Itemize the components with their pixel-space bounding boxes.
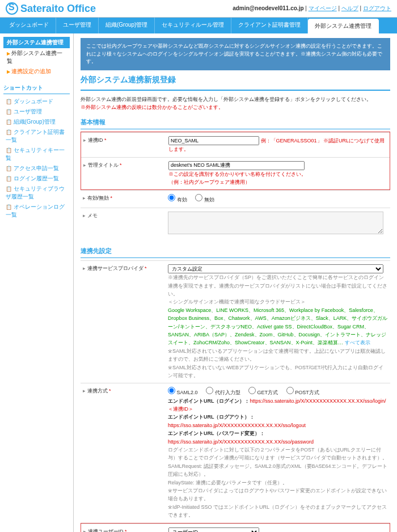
logo: Sateraito Office — [6, 2, 96, 15]
radio-disable[interactable]: 無効 — [195, 197, 214, 202]
select-provider[interactable]: カスタム設定 — [168, 264, 383, 273]
provider-note4: ※SAML対応されていないWEBアプリケーションでも、POST/GET/代行入力… — [168, 365, 383, 378]
shortcut-dashboard[interactable]: ダッシュボード — [3, 96, 70, 107]
hint-title2: （例：社内グループウェア連携用） — [168, 179, 250, 185]
sidebar: 外部システム連携管理 外部システム連携一覧 連携設定の追加 ショートカット ダッ… — [0, 33, 74, 532]
logout-link[interactable]: ログアウト — [363, 5, 391, 11]
tab-dashboard[interactable]: ダッシュボード — [2, 18, 56, 33]
brand-name: Sateraito Office — [20, 3, 96, 15]
method-note5: ※IdP-Initiated SSO ではエンドポイントURL（ログイン）をその… — [168, 504, 387, 518]
section-target: 連携先設定 — [81, 244, 390, 258]
label-memo: メモ — [81, 210, 166, 238]
radio-enable[interactable]: 有効 — [168, 197, 187, 202]
tab-group[interactable]: 組織(Group)管理 — [99, 18, 155, 33]
intro: 外部システム連携の新規登録画面です。必要な情報を入力し「外部システム連携を登録す… — [81, 95, 390, 112]
input-id[interactable] — [168, 136, 259, 145]
tab-security[interactable]: セキュリティルール管理 — [155, 18, 231, 33]
intro-line2: ※外部システム連携の反映には数分かかることがございます。 — [81, 103, 390, 111]
method-note3: RelayState: 連携に必要なパラメータです（任意）。 — [168, 480, 288, 485]
sidebar-title: 外部システム連携管理 — [3, 37, 70, 48]
ep-pw-label: エンドポイントURL（パスワード変更）： — [168, 430, 265, 436]
tab-cert[interactable]: クライアント証明書管理 — [231, 18, 308, 33]
tab-user[interactable]: ユーザ管理 — [56, 18, 99, 33]
ep-login-label: エンドポイントURL（ログイン）： — [168, 398, 250, 404]
method-note4: ※サービスプロバイダによってはログアウトやパスワード変更のエンドポイントが設定で… — [168, 488, 387, 501]
help-link[interactable]: ヘルプ — [341, 5, 358, 11]
hint-title1: ※この設定を識別する分かりやすい名称を付けてください。 — [168, 171, 306, 177]
main-content: ここでは社内グループウェアや基幹システムなど既存システムに対するシングルサインオ… — [74, 33, 397, 532]
label-enable: 有効/無効 * — [81, 193, 166, 205]
user-links: admin@neodevel011.co.jp | マイページ | ヘルプ | … — [233, 5, 391, 12]
input-title[interactable] — [168, 161, 305, 170]
ep-logout-url: https://sso.sateraito.jp/X/XXXXXXXXXXXX.… — [168, 423, 306, 428]
sidebar-item-add[interactable]: 連携設定の追加 — [3, 66, 70, 77]
main-tabs: ダッシュボード ユーザ管理 組織(Group)管理 セキュリティルール管理 クラ… — [0, 18, 397, 33]
method-note2: SAMLRequest: 認証要求メッセージ。SAML2.0形式のXML（要BA… — [168, 463, 387, 477]
shortcut-seckey[interactable]: セキュリティキー一覧 — [3, 145, 70, 163]
radio-saml[interactable]: SAML2.0 — [168, 390, 198, 395]
ep-logout-label: エンドポイントURL（ログアウト）： — [168, 414, 255, 420]
shortcut-browser[interactable]: セキュリティブラウザ履歴一覧 — [3, 184, 70, 202]
shortcut-user[interactable]: ユーザ管理 — [3, 107, 70, 117]
input-memo[interactable] — [168, 212, 383, 234]
label-method: 連携方式 * — [81, 386, 166, 520]
label-title: 管理タイトル * — [81, 160, 166, 188]
ep-pw-url: https://sso.sateraito.jp/X/XXXXXXXXXXXX.… — [168, 439, 314, 445]
logo-icon — [6, 2, 18, 15]
section-basic: 基本情報 — [81, 116, 390, 129]
user-email: admin@neodevel011.co.jp — [233, 5, 303, 11]
tab-external[interactable]: 外部システム連携管理 — [308, 19, 379, 33]
radio-post[interactable]: POST方式 — [286, 390, 319, 395]
notice-banner: ここでは社内グループウェアや基幹システムなど既存システムに対するシングルサインオ… — [81, 38, 390, 70]
label-userid: 連携ユーザーID * — [81, 526, 166, 532]
provider-note1: ※連携先のサービスプロバイダ（SP）をご選択いただくことで簡単に各サービスとのロ… — [168, 275, 387, 297]
label-id: 連携ID * — [81, 135, 166, 154]
mypage-link[interactable]: マイページ — [309, 5, 337, 11]
select-userid[interactable]: ユーザーID — [168, 527, 259, 532]
provider-note3: ※SAML対応されているアプリケーションは全て連携可能です。上記にないアプリは順… — [168, 348, 386, 362]
shortcut-access[interactable]: アクセス申請一覧 — [3, 163, 70, 174]
sidebar-item-list[interactable]: 外部システム連携一覧 — [3, 48, 70, 66]
method-note1: ログインエンドポイントに対して以下の２つパラメータをPOST（あるいはURLクエ… — [168, 447, 387, 461]
provider-note2: ＜シングルサインオン機能で連携可能なクラウドサービス＞ — [168, 299, 306, 305]
shortcut-oplog[interactable]: オペレーションログ一覧 — [3, 202, 70, 220]
topbar: Sateraito Office admin@neodevel011.co.jp… — [0, 0, 397, 18]
page-title: 外部システム連携新規登録 — [81, 70, 390, 91]
shortcut-cert[interactable]: クライアント証明書一覧 — [3, 127, 70, 145]
shortcut-group[interactable]: 組織(Group)管理 — [3, 117, 70, 127]
intro-line1: 外部システム連携の新規登録画面です。必要な情報を入力し「外部システム連携を登録す… — [81, 95, 390, 103]
radio-proxy[interactable]: 代行入力型 — [206, 390, 240, 395]
radio-get[interactable]: GET方式 — [248, 390, 278, 395]
shortcut-title: ショートカット — [3, 82, 70, 94]
provider-more[interactable]: すべて表示 — [345, 340, 370, 345]
label-provider: 連携サービスプロバイダ * — [81, 263, 166, 381]
shortcut-login[interactable]: ログイン履歴一覧 — [3, 174, 70, 184]
